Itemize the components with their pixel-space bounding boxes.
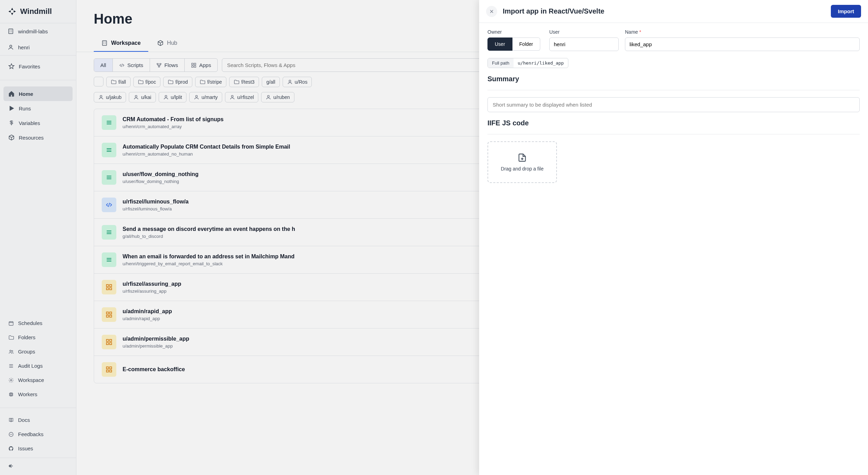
import-button[interactable]: Import [831, 5, 861, 18]
close-icon [489, 9, 494, 14]
name-label: Name * [625, 29, 860, 35]
drawer-header: Import app in React/Vue/Svelte Import [479, 0, 868, 23]
full-path-badge: Full path u/henri/liked_app [487, 58, 568, 68]
summary-section-title: Summary [487, 75, 860, 83]
drawer-title: Import app in React/Vue/Svelte [503, 7, 825, 15]
owner-label: Owner [487, 29, 543, 35]
import-drawer: Import app in React/Vue/Svelte Import Ow… [479, 0, 868, 475]
dropzone-text: Drag and drop a file [501, 166, 544, 172]
owner-row: Owner User Folder User Name * [487, 29, 860, 51]
file-plus-icon [517, 153, 527, 162]
drawer-body: Owner User Folder User Name * Full path [479, 23, 868, 189]
user-label: User [549, 29, 619, 35]
owner-folder-btn[interactable]: Folder [512, 38, 541, 51]
summary-input[interactable] [487, 97, 860, 112]
name-input[interactable] [625, 38, 860, 51]
full-path-label: Full path [488, 58, 514, 68]
file-dropzone[interactable]: Drag and drop a file [487, 141, 557, 183]
owner-user-btn[interactable]: User [487, 38, 512, 51]
close-button[interactable] [486, 6, 497, 17]
code-section-title: IIFE JS code [487, 119, 860, 127]
owner-toggle: User Folder [487, 38, 543, 51]
user-input[interactable] [549, 38, 619, 51]
full-path-value: u/henri/liked_app [514, 58, 568, 68]
